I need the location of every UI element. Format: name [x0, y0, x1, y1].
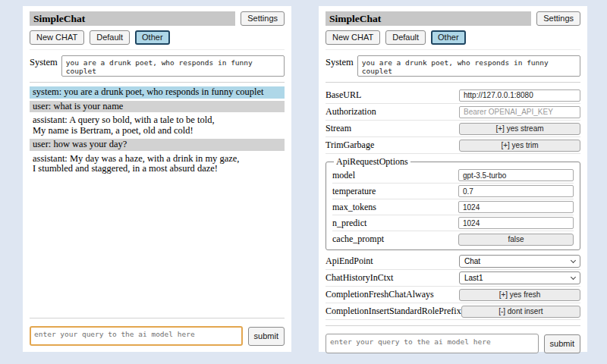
- stream-toggle-button[interactable]: [+] yes stream: [459, 123, 580, 135]
- query-input[interactable]: [30, 326, 243, 346]
- chat-message-assistant: assistant: My day was a haze, with a dri…: [30, 153, 285, 175]
- setting-row-completioninsertstandardroleprefix: CompletionInsertStandardRolePrefix [-] d…: [326, 303, 580, 320]
- divider: [30, 318, 285, 318]
- setting-row-baseurl: BaseURL: [326, 87, 580, 104]
- system-label: System: [326, 55, 354, 68]
- setting-label: CompletionInsertStandardRolePrefix: [326, 306, 461, 317]
- setting-row-model: model: [332, 168, 574, 184]
- setting-row-cache-prompt: cache_prompt false: [332, 231, 574, 247]
- session-button-default[interactable]: Default: [385, 30, 426, 45]
- system-prompt-row: System you are a drunk poet, who respond…: [30, 55, 285, 77]
- app-title: SimpleChat: [326, 11, 531, 26]
- setting-label: BaseURL: [326, 89, 361, 101]
- system-prompt-input[interactable]: you are a drunk poet, who responds in fu…: [61, 55, 285, 77]
- settings-list: BaseURL Authorization Stream [+] yes str…: [326, 87, 580, 320]
- baseurl-input[interactable]: [459, 89, 580, 102]
- session-button-default[interactable]: Default: [90, 30, 130, 45]
- setting-row-authorization: Authorization: [326, 104, 580, 121]
- submit-button[interactable]: submit: [248, 327, 285, 346]
- session-buttons-row: New CHAT Default Other: [30, 30, 285, 50]
- system-prompt-row: System you are a drunk poet, who respond…: [326, 55, 580, 77]
- api-request-options-fieldset: ApiRequestOptions model temperature max_…: [326, 156, 580, 250]
- cache-prompt-toggle-button[interactable]: false: [458, 234, 574, 246]
- setting-row-completionfreshchatalways: CompletionFreshChatAlways [+] yes fresh: [326, 287, 580, 303]
- system-label: System: [30, 55, 58, 68]
- setting-label: ApiEndPoint: [326, 256, 373, 267]
- chevron-down-icon: [571, 258, 576, 263]
- setting-row-apiendpoint: ApiEndPoint Chat: [326, 253, 580, 270]
- session-button-new-chat[interactable]: New CHAT: [326, 30, 380, 45]
- query-row: submit: [326, 334, 580, 353]
- divider: [30, 82, 285, 83]
- chat-message-assistant: assistant: A query so bold, with a tale …: [30, 115, 285, 136]
- settings-panel-card: SimpleChat Settings New CHAT Default Oth…: [319, 6, 587, 352]
- settings-button[interactable]: Settings: [241, 11, 285, 26]
- setting-label: max_tokens: [332, 202, 376, 213]
- chat-panel-card: SimpleChat Settings New CHAT Default Oth…: [23, 6, 291, 352]
- divider: [326, 325, 580, 326]
- chevron-down-icon: [571, 275, 576, 280]
- selected-option-label: Last1: [464, 274, 483, 282]
- setting-label: Authorization: [326, 106, 376, 118]
- session-button-other[interactable]: Other: [135, 30, 170, 45]
- temperature-input[interactable]: [458, 185, 574, 197]
- setting-label: temperature: [332, 186, 376, 197]
- trimgarbage-toggle-button[interactable]: [+] yes trim: [459, 140, 580, 152]
- chat-message-system: system: you are a drunk poet, who respon…: [30, 86, 285, 99]
- settings-button[interactable]: Settings: [536, 11, 580, 26]
- setting-label: CompletionFreshChatAlways: [326, 289, 434, 300]
- n-predict-input[interactable]: [458, 217, 574, 229]
- chat-messages: system: you are a drunk poet, who respon…: [30, 86, 285, 312]
- max-tokens-input[interactable]: [458, 201, 574, 213]
- setting-label: n_predict: [332, 218, 366, 229]
- setting-label: TrimGarbage: [326, 140, 374, 151]
- system-prompt-input[interactable]: you are a drunk poet, who responds in fu…: [357, 55, 580, 77]
- chat-message-user: user: what is your name: [30, 101, 285, 113]
- setting-label: ChatHistoryInCtxt: [326, 272, 393, 284]
- chat-message-user: user: how was your day?: [30, 139, 285, 151]
- submit-button[interactable]: submit: [544, 334, 580, 353]
- apiendpoint-select[interactable]: Chat: [459, 255, 580, 268]
- session-button-new-chat[interactable]: New CHAT: [30, 30, 84, 45]
- query-row: submit: [30, 326, 285, 346]
- setting-label: cache_prompt: [332, 234, 384, 245]
- setting-row-max-tokens: max_tokens: [332, 199, 574, 215]
- setting-label: model: [332, 170, 355, 181]
- setting-row-trimgarbage: TrimGarbage [+] yes trim: [326, 137, 580, 154]
- setting-row-stream: Stream [+] yes stream: [326, 121, 580, 137]
- header: SimpleChat Settings: [30, 11, 285, 26]
- fieldset-legend: ApiRequestOptions: [334, 156, 410, 168]
- setting-row-temperature: temperature: [332, 184, 574, 199]
- chathistoryinctxt-select[interactable]: Last1: [459, 271, 580, 284]
- header: SimpleChat Settings: [326, 11, 580, 26]
- setting-label: Stream: [326, 123, 351, 134]
- query-input[interactable]: [326, 334, 539, 353]
- model-input[interactable]: [458, 169, 574, 181]
- divider: [326, 82, 580, 83]
- setting-row-chathistoryinctxt: ChatHistoryInCtxt Last1: [326, 270, 580, 287]
- session-buttons-row: New CHAT Default Other: [326, 30, 580, 50]
- selected-option-label: Chat: [464, 257, 480, 265]
- completionfreshchatalways-toggle-button[interactable]: [+] yes fresh: [459, 289, 580, 301]
- authorization-input[interactable]: [459, 106, 580, 118]
- session-button-other[interactable]: Other: [431, 30, 466, 45]
- completioninsertstandardroleprefix-toggle-button[interactable]: [-] dont insert: [461, 306, 580, 318]
- app-title: SimpleChat: [30, 11, 235, 26]
- setting-row-n-predict: n_predict: [332, 215, 574, 231]
